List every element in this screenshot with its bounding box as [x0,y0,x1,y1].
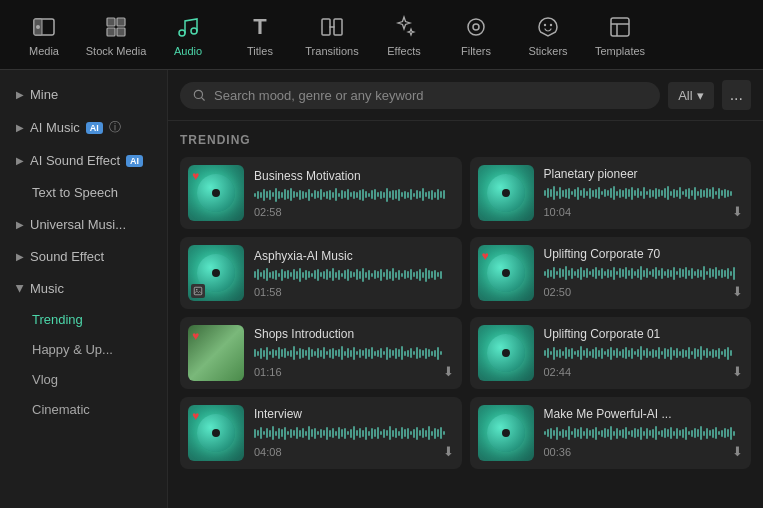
nav-item-transitions[interactable]: Transitions [296,5,368,65]
sidebar-label-sound-effect: Sound Effect [30,249,104,264]
music-meta-8: 00:36 ⬇ [544,444,744,459]
heart-icon: ♥ [192,169,199,183]
templates-icon [606,13,634,41]
audio-icon [174,13,202,41]
nav-label-stock-media: Stock Media [86,45,147,57]
search-input[interactable] [214,88,648,103]
waveform-6 [544,345,744,361]
nav-item-audio[interactable]: Audio [152,5,224,65]
filter-button[interactable]: All ▾ [668,82,713,109]
download-icon-4[interactable]: ⬇ [732,284,743,299]
nav-item-filters[interactable]: Filters [440,5,512,65]
sub-label-vlog: Vlog [32,372,58,387]
nav-item-effects[interactable]: Effects [368,5,440,65]
sidebar-item-ai-music[interactable]: ▶ AI Music AI ⓘ [4,111,163,144]
svg-rect-15 [611,18,629,36]
thumbnail-interview: ♥ [188,405,244,461]
music-disc-2 [487,174,525,212]
music-card-shops[interactable]: ♥ Shops Introduction 01:16 ⬇ [180,317,462,389]
sidebar-item-ai-sound-effect[interactable]: ▶ AI Sound Effect AI [4,145,163,176]
stickers-icon [534,13,562,41]
more-label: ... [730,86,743,103]
download-icon-8[interactable]: ⬇ [732,444,743,459]
music-card-interview[interactable]: ♥ Interview 04:08 ⬇ [180,397,462,469]
nav-item-media[interactable]: Media [8,5,80,65]
waveform-2 [544,185,744,201]
music-meta-7: 04:08 ⬇ [254,444,454,459]
nav-item-titles[interactable]: T Titles [224,5,296,65]
waveform-3 [254,267,454,283]
music-info-asphyxia: Asphyxia-AI Music 01:58 [254,249,454,298]
sidebar-item-mine[interactable]: ▶ Mine [4,79,163,110]
media-icon [30,13,58,41]
sidebar-label-universal-music: Universal Musi... [30,217,126,232]
thumbnail-shops: ♥ [188,325,244,381]
thumbnail-make-me-powerful [478,405,534,461]
download-icon-7[interactable]: ⬇ [443,444,454,459]
music-meta: 02:58 [254,206,454,218]
chevron-right-icon-2: ▶ [16,122,24,133]
nav-label-media: Media [29,45,59,57]
main-layout: ▶ Mine ▶ AI Music AI ⓘ ▶ AI Sound Effect… [0,70,763,508]
nav-item-templates[interactable]: Templates [584,5,656,65]
sidebar-item-text-to-speech[interactable]: Text to Speech [4,177,163,208]
music-duration-6: 02:44 [544,366,572,378]
music-card-planetary-pioneer[interactable]: Planetary pioneer 10:04 ⬇ [470,157,752,229]
download-icon[interactable]: ⬇ [732,204,743,219]
music-info-business-motivation: Business Motivation 02:58 [254,169,454,218]
download-icon-5[interactable]: ⬇ [443,364,454,379]
sidebar-sub-item-happy[interactable]: Happy & Up... [4,335,163,364]
music-card-uplifting-70[interactable]: ♥ Uplifting Corporate 70 02:50 ⬇ [470,237,752,309]
music-info-planetary: Planetary pioneer 10:04 ⬇ [544,167,744,219]
nav-label-titles: Titles [247,45,273,57]
nav-label-effects: Effects [387,45,420,57]
download-icon-6[interactable]: ⬇ [732,364,743,379]
sidebar-sub-item-cinematic[interactable]: Cinematic [4,395,163,424]
sidebar-sub-item-trending[interactable]: Trending [4,305,163,334]
top-navigation: Media Stock Media Audio T Titles [0,0,763,70]
heart-icon-7: ♥ [192,409,199,423]
ai-badge-music: AI [86,122,103,134]
svg-rect-5 [107,28,115,36]
nav-label-filters: Filters [461,45,491,57]
effects-icon [390,13,418,41]
nav-item-stock-media[interactable]: Stock Media [80,5,152,65]
music-disc-6 [487,334,525,372]
more-options-button[interactable]: ... [722,80,751,110]
sidebar-item-universal-music[interactable]: ▶ Universal Musi... [4,209,163,240]
nav-label-templates: Templates [595,45,645,57]
search-input-wrapper[interactable] [180,82,660,109]
thumbnail-uplifting-01 [478,325,534,381]
music-title-5: Shops Introduction [254,327,454,341]
music-card-business-motivation[interactable]: ♥ Business Motivation 02:58 [180,157,462,229]
chevron-right-icon-4: ▶ [16,219,24,230]
waveform-7 [254,425,454,441]
music-title-8: Make Me Powerful-AI ... [544,407,744,421]
section-title-trending: TRENDING [180,133,751,147]
chevron-down-icon-filter: ▾ [697,88,704,103]
sidebar-item-music[interactable]: ▶ Music [4,273,163,304]
sidebar-item-sound-effect[interactable]: ▶ Sound Effect [4,241,163,272]
svg-point-14 [550,23,552,25]
sidebar-sub-item-vlog[interactable]: Vlog [4,365,163,394]
trending-content: TRENDING ♥ Business Motivation 02:5 [168,121,763,508]
svg-point-2 [36,25,40,29]
search-icon [192,88,206,102]
nav-label-transitions: Transitions [305,45,358,57]
music-grid: ♥ Business Motivation 02:58 [180,157,751,469]
music-title-3: Asphyxia-AI Music [254,249,454,263]
svg-rect-10 [334,19,342,35]
music-card-uplifting-01[interactable]: Uplifting Corporate 01 02:44 ⬇ [470,317,752,389]
music-card-asphyxia[interactable]: Asphyxia-AI Music 01:58 [180,237,462,309]
music-disc-7 [197,414,235,452]
waveform [254,187,454,203]
svg-rect-6 [117,28,125,36]
music-duration-2: 10:04 [544,206,572,218]
music-info-interview: Interview 04:08 ⬇ [254,407,454,459]
thumbnail-asphyxia [188,245,244,301]
music-meta-4: 02:50 ⬇ [544,284,744,299]
svg-point-13 [544,23,546,25]
svg-point-11 [468,19,484,35]
music-card-make-me-powerful[interactable]: Make Me Powerful-AI ... 00:36 ⬇ [470,397,752,469]
nav-item-stickers[interactable]: Stickers [512,5,584,65]
